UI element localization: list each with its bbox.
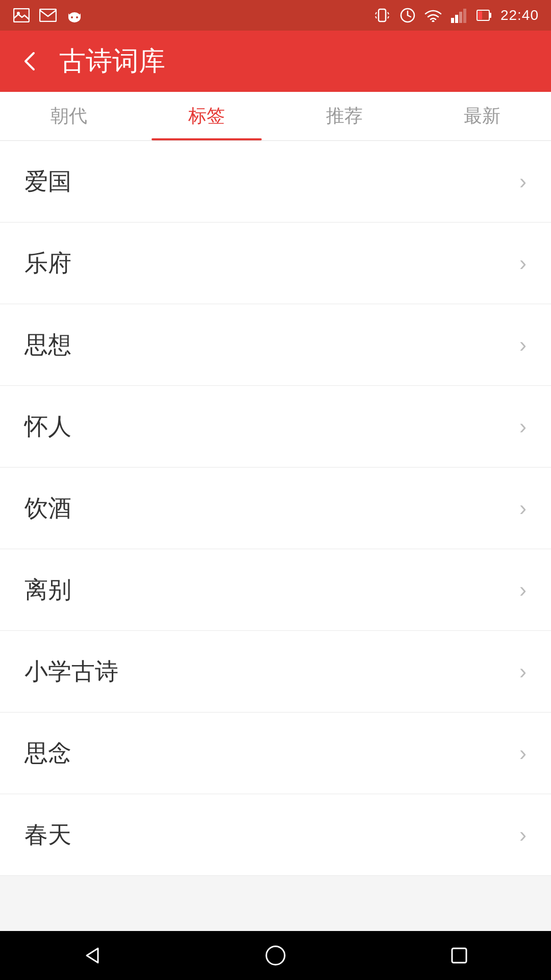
list-item[interactable]: 思念 › bbox=[0, 713, 551, 794]
tab-recommended[interactable]: 推荐 bbox=[276, 92, 413, 140]
image-icon bbox=[12, 6, 31, 24]
tab-tags[interactable]: 标签 bbox=[138, 92, 276, 140]
svg-rect-17 bbox=[451, 18, 454, 23]
svg-line-9 bbox=[375, 12, 377, 14]
svg-rect-19 bbox=[459, 12, 462, 23]
chevron-right-icon: › bbox=[519, 253, 527, 274]
app-title: 古诗词库 bbox=[59, 43, 165, 79]
list-item[interactable]: 乐府 › bbox=[0, 223, 551, 304]
svg-rect-20 bbox=[463, 9, 466, 23]
list-item[interactable]: 离别 › bbox=[0, 549, 551, 631]
status-icons-right: 22:40 bbox=[373, 6, 539, 24]
list-item[interactable]: 饮酒 › bbox=[0, 468, 551, 549]
status-time: 22:40 bbox=[500, 7, 539, 23]
svg-line-10 bbox=[375, 16, 377, 18]
mail-icon bbox=[39, 6, 57, 24]
nav-bar bbox=[0, 931, 551, 980]
svg-rect-22 bbox=[489, 13, 491, 18]
clock-icon bbox=[398, 6, 417, 24]
vibrate-icon bbox=[373, 6, 391, 24]
cat-icon bbox=[65, 6, 84, 24]
chevron-right-icon: › bbox=[519, 416, 527, 437]
nav-home-button[interactable] bbox=[255, 940, 296, 971]
svg-line-15 bbox=[408, 15, 411, 17]
svg-line-11 bbox=[388, 12, 389, 14]
chevron-right-icon: › bbox=[519, 824, 527, 846]
chevron-right-icon: › bbox=[519, 334, 527, 356]
back-button[interactable] bbox=[18, 50, 41, 72]
wifi-icon bbox=[424, 6, 442, 24]
svg-rect-8 bbox=[379, 9, 386, 21]
chevron-right-icon: › bbox=[519, 579, 527, 601]
svg-rect-26 bbox=[452, 948, 466, 963]
nav-recents-button[interactable] bbox=[439, 940, 480, 971]
svg-point-16 bbox=[432, 20, 434, 22]
tabs-container: 朝代 标签 推荐 最新 bbox=[0, 92, 551, 141]
chevron-right-icon: › bbox=[519, 498, 527, 519]
status-icons-left bbox=[12, 6, 84, 24]
battery-icon bbox=[475, 6, 493, 24]
chevron-right-icon: › bbox=[519, 661, 527, 682]
list-item[interactable]: 春天 › bbox=[0, 794, 551, 876]
svg-rect-18 bbox=[455, 15, 458, 23]
svg-line-12 bbox=[388, 16, 389, 18]
signal-icon bbox=[449, 6, 468, 24]
chevron-right-icon: › bbox=[519, 171, 527, 192]
list-container: 爱国 › 乐府 › 思想 › 怀人 › 饮酒 › 离别 › 小学古诗 › 思念 … bbox=[0, 141, 551, 876]
list-item[interactable]: 怀人 › bbox=[0, 386, 551, 468]
list-item[interactable]: 爱国 › bbox=[0, 141, 551, 223]
nav-back-button[interactable] bbox=[71, 940, 112, 971]
status-bar: 22:40 bbox=[0, 0, 551, 31]
app-bar: 古诗词库 bbox=[0, 31, 551, 92]
svg-point-25 bbox=[266, 946, 285, 965]
svg-point-6 bbox=[71, 16, 73, 18]
svg-rect-2 bbox=[40, 9, 56, 21]
tab-latest[interactable]: 最新 bbox=[413, 92, 551, 140]
svg-rect-23 bbox=[478, 11, 482, 19]
svg-point-7 bbox=[76, 16, 78, 18]
chevron-right-icon: › bbox=[519, 743, 527, 764]
svg-marker-24 bbox=[87, 948, 98, 963]
tab-dynasty[interactable]: 朝代 bbox=[0, 92, 138, 140]
list-item[interactable]: 小学古诗 › bbox=[0, 631, 551, 713]
svg-rect-0 bbox=[14, 9, 29, 22]
list-item[interactable]: 思想 › bbox=[0, 304, 551, 386]
